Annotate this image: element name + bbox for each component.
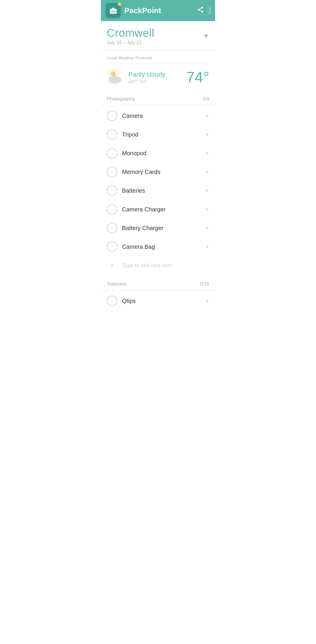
item-add-memory-cards[interactable]: + <box>205 168 209 176</box>
list-item: Battery Charger + <box>101 219 215 237</box>
list-item: Monopod + <box>101 144 215 163</box>
item-add-camera[interactable]: + <box>205 112 209 120</box>
svg-line-16 <box>116 71 117 72</box>
list-item: Batteries + <box>101 181 215 200</box>
item-label-tripod: Tripod <box>122 131 200 138</box>
category-photography-name: Photography <box>107 96 135 102</box>
list-item: Camera Bag + <box>101 237 215 256</box>
more-menu-icon[interactable] <box>209 8 210 13</box>
category-toiletries-divider <box>101 290 215 290</box>
item-checkbox-qtips[interactable] <box>107 296 117 306</box>
chevron-down-icon[interactable]: ▼ <box>203 32 209 40</box>
list-item: Tripod + <box>101 125 215 144</box>
item-add-camera-bag[interactable]: + <box>205 243 209 251</box>
list-item: Memory Cards + <box>101 163 215 181</box>
svg-line-14 <box>110 71 111 72</box>
category-photography-divider <box>101 105 215 105</box>
category-photography: Photography 0/8 Camera + Tripod + Monopo… <box>101 92 215 277</box>
item-add-batteries[interactable]: + <box>205 187 209 195</box>
item-label-memory-cards: Memory Cards <box>122 169 200 175</box>
category-toiletries-name: Toiletries <box>107 281 126 287</box>
weather-label: Local Weather Forecast <box>107 56 209 60</box>
svg-point-6 <box>201 11 203 13</box>
app-logo: ⭐ <box>106 3 121 18</box>
item-label-batteries: Batteries <box>122 187 200 194</box>
item-checkbox-memory-cards[interactable] <box>107 167 117 177</box>
add-new-plus-icon[interactable]: + <box>107 260 117 271</box>
svg-line-8 <box>200 8 202 9</box>
item-label-monopod: Monopod <box>122 150 200 157</box>
svg-rect-1 <box>112 8 115 9</box>
weather-icon <box>107 68 124 86</box>
category-photography-count: 0/8 <box>203 96 209 102</box>
briefcase-icon <box>109 6 118 15</box>
category-photography-header: Photography 0/8 <box>101 92 215 105</box>
item-checkbox-monopod[interactable] <box>107 148 117 158</box>
item-checkbox-battery-charger[interactable] <box>107 223 117 233</box>
list-item: Camera Charger + <box>101 200 215 219</box>
item-checkbox-tripod[interactable] <box>107 129 117 140</box>
item-add-tripod[interactable]: + <box>205 130 209 139</box>
item-label-camera-bag: Camera Bag <box>122 244 200 250</box>
app-header: ⭐ PackPoint <box>101 0 215 21</box>
item-checkbox-camera-bag[interactable] <box>107 241 117 252</box>
svg-rect-3 <box>112 11 114 12</box>
header-actions <box>197 6 210 15</box>
weather-condition: Partly cloudy <box>128 71 182 78</box>
item-label-camera-charger: Camera Charger <box>122 206 200 213</box>
weather-section: Local Weather Forecast Partly cloud <box>101 50 215 92</box>
svg-point-5 <box>198 9 200 11</box>
item-add-battery-charger[interactable]: + <box>205 224 209 232</box>
item-label-qtips: Qtips <box>122 298 200 304</box>
weather-temp: 74° <box>186 68 209 86</box>
trip-dates: July 10 – July 22 <box>107 40 154 45</box>
item-label-camera: Camera <box>122 113 200 119</box>
item-add-camera-charger[interactable]: + <box>205 205 209 213</box>
weather-row: Partly cloudy v67° ^82° 74° <box>107 68 209 86</box>
svg-point-4 <box>201 7 203 8</box>
weather-range: v67° ^82° <box>128 79 182 84</box>
add-new-placeholder[interactable]: Type to add new item <box>122 263 172 269</box>
item-checkbox-camera-charger[interactable] <box>107 204 117 215</box>
star-icon: ⭐ <box>117 2 122 6</box>
item-checkbox-camera[interactable] <box>107 111 117 121</box>
app-title: PackPoint <box>124 6 197 15</box>
item-add-qtips[interactable]: + <box>205 297 209 305</box>
weather-details: Partly cloudy v67° ^82° <box>128 71 182 84</box>
item-add-monopod[interactable]: + <box>205 149 209 157</box>
category-toiletries-header: Toiletries 0/15 <box>101 277 215 290</box>
share-icon[interactable] <box>197 6 204 15</box>
list-item: Qtips + <box>101 291 215 310</box>
item-checkbox-batteries[interactable] <box>107 185 117 196</box>
weather-divider <box>107 64 209 64</box>
trip-info: Cromwell July 10 – July 22 ▼ <box>101 21 215 50</box>
svg-line-7 <box>200 10 202 11</box>
list-item: Camera + <box>101 106 215 125</box>
svg-point-19 <box>109 76 117 82</box>
item-label-battery-charger: Battery Charger <box>122 225 200 232</box>
category-toiletries-count: 0/15 <box>200 282 209 287</box>
trip-destination: Cromwell <box>107 27 154 39</box>
add-new-item-row-photography: + Type to add new item <box>101 256 215 275</box>
category-toiletries: Toiletries 0/15 Qtips + <box>101 277 215 312</box>
